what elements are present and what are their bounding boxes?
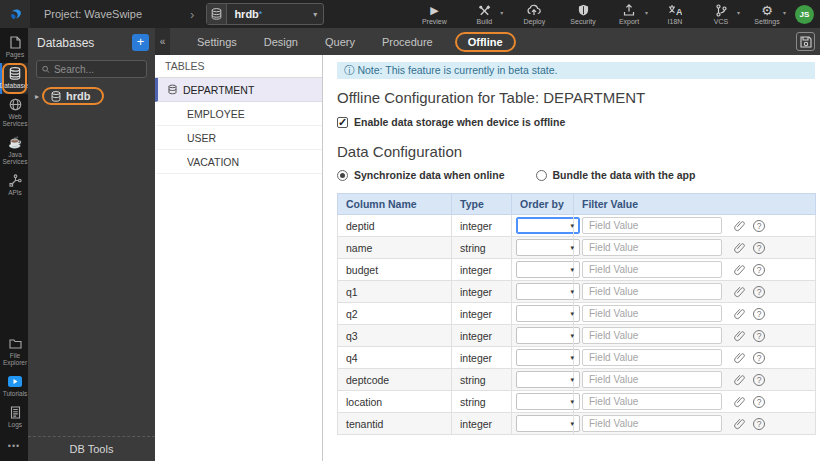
help-icon[interactable]: ? — [753, 418, 765, 430]
filter-value-input[interactable] — [582, 261, 722, 278]
radio-bundle-with-app[interactable]: Bundle the data with the app — [536, 169, 696, 181]
database-item-hrdb[interactable]: hrdb — [42, 87, 104, 105]
build-tools-icon — [478, 4, 491, 17]
save-button[interactable] — [796, 32, 815, 51]
help-icon[interactable]: ? — [753, 242, 765, 254]
bind-variable-icon[interactable] — [734, 351, 745, 364]
order-by-select[interactable]: ▾ — [516, 393, 580, 410]
db-tools-button[interactable]: DB Tools — [28, 436, 155, 461]
tree-expand-icon[interactable]: ▸ — [32, 92, 42, 101]
bind-variable-icon[interactable] — [734, 417, 745, 430]
deploy-cloud-icon — [527, 4, 541, 17]
filter-value-input[interactable] — [582, 217, 722, 234]
table-item-user[interactable]: USER — [155, 126, 322, 150]
help-icon[interactable]: ? — [753, 286, 765, 298]
filter-value-input[interactable] — [582, 305, 722, 322]
radio-button[interactable] — [536, 170, 547, 181]
filter-value-input[interactable] — [582, 371, 722, 388]
chevron-down-icon: ▾ — [645, 9, 648, 16]
help-icon[interactable]: ? — [753, 352, 765, 364]
help-icon[interactable]: ? — [753, 330, 765, 342]
column-config-row: location string ▾ ? — [338, 391, 816, 413]
sidebar-item-java-services[interactable]: ☕ Java Services — [0, 132, 28, 170]
sidebar-item-databases[interactable]: Databases — [0, 63, 28, 94]
radio-synchronize-online[interactable]: Synchronize data when online — [337, 169, 505, 181]
export-button[interactable]: Export ▾ — [611, 4, 647, 25]
order-by-select[interactable]: ▾ — [516, 261, 580, 278]
order-by-select[interactable]: ▾ — [516, 371, 580, 388]
offline-table-body: deptid integer ▾ ? name string ▾ — [338, 215, 816, 435]
order-by-select[interactable]: ▾ — [516, 305, 580, 322]
order-by-select[interactable]: ▾ — [516, 415, 580, 432]
filter-value-input[interactable] — [582, 327, 722, 344]
preview-button[interactable]: ▶ Preview — [416, 4, 452, 25]
tables-panel-title: TABLES — [155, 55, 322, 78]
vcs-button[interactable]: VCS ▾ — [703, 4, 739, 25]
sidebar-item-logs[interactable]: Logs — [0, 402, 28, 433]
bind-variable-icon[interactable] — [734, 285, 745, 298]
column-config-row: deptid integer ▾ ? — [338, 215, 816, 237]
chevron-down-icon: ▾ — [570, 376, 574, 384]
i18n-icon: A — [668, 4, 682, 17]
user-avatar[interactable]: JS — [795, 5, 814, 24]
filter-value-input[interactable] — [582, 415, 722, 432]
sidebar-item-file-explorer[interactable]: File Explorer — [0, 333, 28, 371]
bind-variable-icon[interactable] — [734, 329, 745, 342]
collapse-panel-icon[interactable]: « — [155, 28, 170, 55]
help-icon[interactable]: ? — [753, 308, 765, 320]
help-icon[interactable]: ? — [753, 264, 765, 276]
filter-value-input[interactable] — [582, 349, 722, 366]
tab-procedure[interactable]: Procedure — [382, 36, 433, 48]
bind-variable-icon[interactable] — [734, 263, 745, 276]
sidebar-item-apis[interactable]: APIs — [0, 170, 28, 201]
filter-value-input[interactable] — [582, 283, 722, 300]
order-by-select[interactable]: ▾ — [516, 217, 580, 234]
settings-button[interactable]: ⚙ Settings ▾ — [749, 4, 785, 25]
table-item-vacation[interactable]: VACATION — [155, 150, 322, 174]
enable-offline-storage-checkbox[interactable] — [337, 117, 348, 128]
bind-variable-icon[interactable] — [734, 395, 745, 408]
tab-design[interactable]: Design — [264, 36, 298, 48]
globe-icon — [9, 98, 22, 111]
i18n-button[interactable]: A I18N — [657, 4, 693, 25]
table-item-department[interactable]: DEPARTMENT — [155, 78, 322, 102]
bind-variable-icon[interactable] — [734, 241, 745, 254]
help-icon[interactable]: ? — [753, 220, 765, 232]
column-type-cell: integer — [452, 325, 512, 347]
order-by-select[interactable]: ▾ — [516, 327, 580, 344]
tab-settings[interactable]: Settings — [197, 36, 237, 48]
add-database-button[interactable]: + — [132, 34, 149, 51]
database-search — [36, 60, 147, 78]
filter-value-input[interactable] — [582, 239, 722, 256]
offline-config-main: ⓘ Note: This feature is currently in bet… — [323, 55, 820, 461]
order-by-select[interactable]: ▾ — [516, 283, 580, 300]
database-search-input[interactable] — [54, 64, 141, 75]
chevron-down-icon: ▾ — [570, 288, 574, 296]
build-button[interactable]: Build ▾ — [466, 4, 502, 25]
column-type-cell: integer — [452, 303, 512, 325]
order-by-select[interactable]: ▾ — [516, 239, 580, 256]
app-logo[interactable] — [0, 0, 30, 28]
database-selector-dropdown[interactable]: hrdb* ▾ — [206, 3, 324, 25]
bind-variable-icon[interactable] — [734, 373, 745, 386]
column-type-cell: integer — [452, 281, 512, 303]
help-icon[interactable]: ? — [753, 374, 765, 386]
tab-query[interactable]: Query — [325, 36, 355, 48]
column-name-cell: name — [338, 237, 452, 259]
sidebar-item-web-services[interactable]: Web Services — [0, 94, 28, 132]
filter-value-input[interactable] — [582, 393, 722, 410]
deploy-button[interactable]: Deploy — [516, 4, 552, 25]
bind-variable-icon[interactable] — [734, 219, 745, 232]
help-icon[interactable]: ? — [753, 396, 765, 408]
sidebar-item-pages[interactable]: Pages — [0, 32, 28, 63]
radio-button-selected[interactable] — [337, 170, 348, 181]
more-options-icon[interactable]: ••• — [0, 433, 28, 461]
tab-offline[interactable]: Offline — [455, 32, 516, 52]
bind-variable-icon[interactable] — [734, 307, 745, 320]
table-item-employee[interactable]: EMPLOYEE — [155, 102, 322, 126]
order-by-select[interactable]: ▾ — [516, 349, 580, 366]
chevron-down-icon: ▾ — [570, 222, 574, 230]
database-icon — [207, 4, 227, 24]
sidebar-item-tutorials[interactable]: Tutorials — [0, 371, 28, 402]
security-button[interactable]: Security — [565, 4, 601, 25]
